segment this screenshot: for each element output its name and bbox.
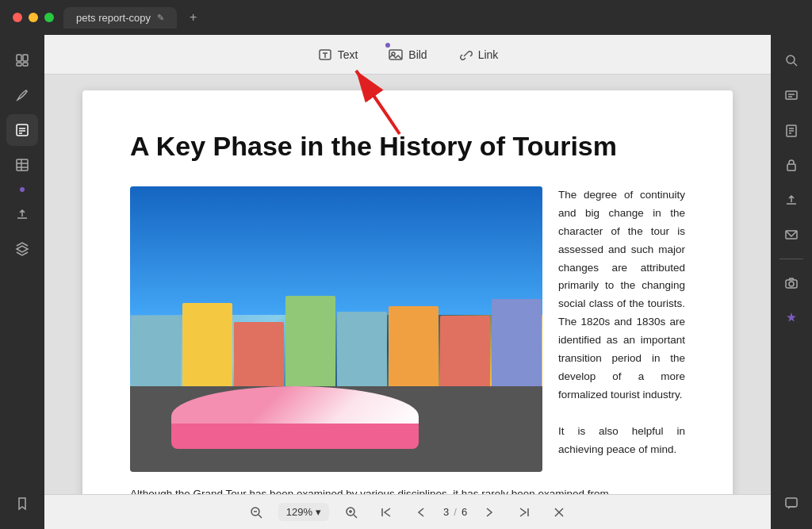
next-page-button[interactable] <box>477 500 502 525</box>
sidebar-brush-icon[interactable] <box>6 79 38 111</box>
app-body: Text Bild <box>0 35 812 529</box>
left-sidebar-dot <box>20 187 25 192</box>
tab-title: pets report-copy <box>76 12 151 24</box>
traffic-lights <box>13 13 54 22</box>
doc-area[interactable]: A Key Phase in the History of Tourism <box>44 75 771 494</box>
doc-page: A Key Phase in the History of Tourism <box>82 90 733 494</box>
close-bottom-button[interactable] <box>546 500 572 525</box>
svg-rect-3 <box>23 63 28 66</box>
sidebar-layers-icon[interactable] <box>6 233 38 265</box>
svg-point-41 <box>789 282 794 286</box>
text-tool-button[interactable]: Text <box>305 41 370 68</box>
titlebar: pets report-copy ✎ + <box>0 0 812 35</box>
toolbar: Text Bild <box>44 35 771 75</box>
first-page-button[interactable] <box>373 500 399 525</box>
bottom-paragraph: Although the Grand Tour has been examine… <box>130 488 685 494</box>
sidebar-upload-icon[interactable] <box>6 198 38 230</box>
car <box>171 386 419 449</box>
doc-title: A Key Phase in the History of Tourism <box>130 130 685 163</box>
svg-rect-4 <box>17 125 28 136</box>
close-button[interactable] <box>13 13 22 22</box>
svg-point-29 <box>787 56 795 63</box>
right-ocr-icon[interactable] <box>776 79 807 111</box>
sidebar-table-icon[interactable] <box>6 149 38 181</box>
doc-content-row: The degree of continuity and big change … <box>130 186 685 472</box>
right-collab-icon[interactable] <box>776 302 807 334</box>
right-download-icon[interactable] <box>776 114 807 146</box>
right-chat-icon[interactable] <box>776 488 807 519</box>
sidebar-bookmark-icon[interactable] <box>6 488 38 519</box>
minimize-button[interactable] <box>29 13 38 22</box>
right-share-icon[interactable] <box>776 184 807 216</box>
svg-rect-2 <box>17 63 21 66</box>
sidebar-pages-icon[interactable] <box>6 44 38 76</box>
body-paragraph-1: The degree of continuity and big change … <box>558 186 685 404</box>
prev-page-button[interactable] <box>408 500 434 525</box>
svg-rect-42 <box>786 498 797 507</box>
right-search-icon[interactable] <box>776 44 807 76</box>
text-tool-icon <box>317 47 333 63</box>
svg-rect-0 <box>17 55 21 61</box>
zoom-value: 129% <box>286 506 312 518</box>
svg-line-24 <box>354 515 357 518</box>
page-separator: / <box>454 506 457 518</box>
right-lock-icon[interactable] <box>776 149 807 181</box>
doc-image <box>130 186 542 472</box>
zoom-display[interactable]: 129% ▾ <box>278 503 329 521</box>
buildings <box>130 258 542 386</box>
add-tab-button[interactable]: + <box>190 10 197 25</box>
svg-rect-38 <box>787 164 795 171</box>
svg-rect-8 <box>17 159 28 171</box>
left-sidebar <box>0 35 44 529</box>
right-sidebar-divider <box>779 259 803 259</box>
toolbar-dot <box>385 43 390 48</box>
bild-tool-label: Bild <box>408 48 427 61</box>
bottom-toolbar: 129% ▾ <box>44 494 771 529</box>
text-tool-label: Text <box>338 48 358 61</box>
link-tool-button[interactable]: Link <box>446 41 511 68</box>
zoom-out-button[interactable] <box>243 500 269 525</box>
link-tool-icon <box>458 47 473 63</box>
doc-text-column: The degree of continuity and big change … <box>558 186 685 472</box>
zoom-in-button[interactable] <box>339 500 364 525</box>
maximize-button[interactable] <box>44 13 54 22</box>
last-page-button[interactable] <box>511 500 537 525</box>
main-content: Text Bild <box>44 35 771 529</box>
edit-tab-icon[interactable]: ✎ <box>157 13 164 23</box>
page-display: 3 / 6 <box>443 506 467 518</box>
active-tab[interactable]: pets report-copy ✎ <box>63 7 177 29</box>
svg-rect-31 <box>786 91 797 99</box>
sidebar-edit-icon[interactable] <box>6 114 38 146</box>
bild-tool-icon <box>388 47 404 63</box>
svg-rect-1 <box>23 55 28 61</box>
svg-line-20 <box>259 515 262 518</box>
total-pages: 6 <box>462 506 467 518</box>
right-camera-icon[interactable] <box>776 267 807 299</box>
svg-line-30 <box>794 63 797 66</box>
right-sidebar <box>771 35 812 529</box>
zoom-chevron: ▾ <box>316 506 321 518</box>
current-page: 3 <box>443 506 449 518</box>
link-tool-label: Link <box>478 48 499 61</box>
right-mail-icon[interactable] <box>776 219 807 251</box>
body-paragraph-2: It is also helpful in achieving peace of… <box>558 423 685 459</box>
